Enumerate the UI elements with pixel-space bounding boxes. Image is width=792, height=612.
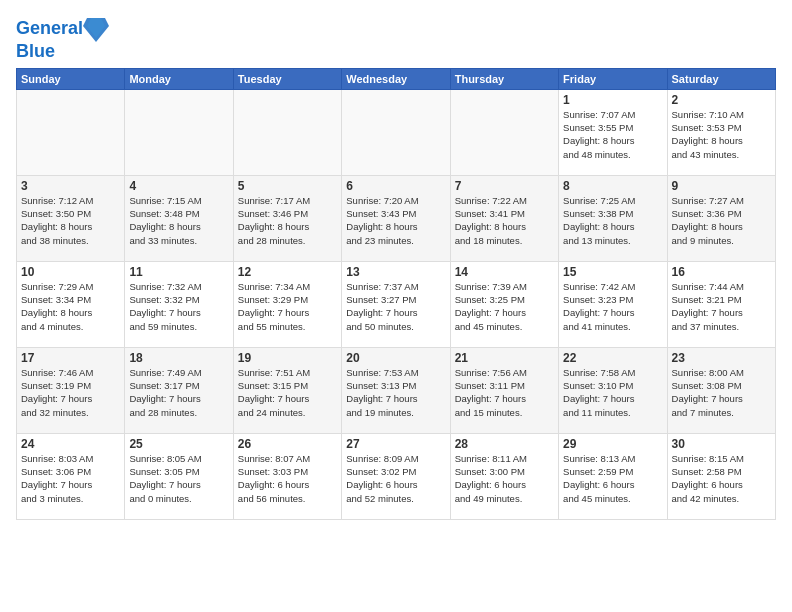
- weekday-header: Tuesday: [233, 68, 341, 89]
- calendar-day-cell: 3Sunrise: 7:12 AM Sunset: 3:50 PM Daylig…: [17, 175, 125, 261]
- calendar-day-cell: 11Sunrise: 7:32 AM Sunset: 3:32 PM Dayli…: [125, 261, 233, 347]
- day-info: Sunrise: 7:49 AM Sunset: 3:17 PM Dayligh…: [129, 366, 228, 419]
- day-info: Sunrise: 8:03 AM Sunset: 3:06 PM Dayligh…: [21, 452, 120, 505]
- logo-icon: [83, 14, 109, 44]
- calendar-day-cell: 8Sunrise: 7:25 AM Sunset: 3:38 PM Daylig…: [559, 175, 667, 261]
- calendar-day-cell: 27Sunrise: 8:09 AM Sunset: 3:02 PM Dayli…: [342, 433, 450, 519]
- day-info: Sunrise: 7:27 AM Sunset: 3:36 PM Dayligh…: [672, 194, 771, 247]
- day-number: 3: [21, 179, 120, 193]
- calendar-day-cell: 23Sunrise: 8:00 AM Sunset: 3:08 PM Dayli…: [667, 347, 775, 433]
- calendar-day-cell: 14Sunrise: 7:39 AM Sunset: 3:25 PM Dayli…: [450, 261, 558, 347]
- calendar-week-row: 3Sunrise: 7:12 AM Sunset: 3:50 PM Daylig…: [17, 175, 776, 261]
- day-number: 2: [672, 93, 771, 107]
- day-info: Sunrise: 7:07 AM Sunset: 3:55 PM Dayligh…: [563, 108, 662, 161]
- calendar-body: 1Sunrise: 7:07 AM Sunset: 3:55 PM Daylig…: [17, 89, 776, 519]
- day-number: 18: [129, 351, 228, 365]
- calendar-table: SundayMondayTuesdayWednesdayThursdayFrid…: [16, 68, 776, 520]
- calendar-day-cell: 6Sunrise: 7:20 AM Sunset: 3:43 PM Daylig…: [342, 175, 450, 261]
- day-number: 5: [238, 179, 337, 193]
- day-number: 4: [129, 179, 228, 193]
- calendar-week-row: 24Sunrise: 8:03 AM Sunset: 3:06 PM Dayli…: [17, 433, 776, 519]
- day-info: Sunrise: 7:25 AM Sunset: 3:38 PM Dayligh…: [563, 194, 662, 247]
- header-row: SundayMondayTuesdayWednesdayThursdayFrid…: [17, 68, 776, 89]
- day-info: Sunrise: 7:51 AM Sunset: 3:15 PM Dayligh…: [238, 366, 337, 419]
- calendar-week-row: 10Sunrise: 7:29 AM Sunset: 3:34 PM Dayli…: [17, 261, 776, 347]
- day-info: Sunrise: 7:42 AM Sunset: 3:23 PM Dayligh…: [563, 280, 662, 333]
- day-number: 25: [129, 437, 228, 451]
- calendar-day-cell: [450, 89, 558, 175]
- day-number: 15: [563, 265, 662, 279]
- calendar-week-row: 17Sunrise: 7:46 AM Sunset: 3:19 PM Dayli…: [17, 347, 776, 433]
- calendar-day-cell: [342, 89, 450, 175]
- calendar-day-cell: 17Sunrise: 7:46 AM Sunset: 3:19 PM Dayli…: [17, 347, 125, 433]
- weekday-header: Monday: [125, 68, 233, 89]
- calendar-day-cell: 30Sunrise: 8:15 AM Sunset: 2:58 PM Dayli…: [667, 433, 775, 519]
- calendar-day-cell: 16Sunrise: 7:44 AM Sunset: 3:21 PM Dayli…: [667, 261, 775, 347]
- day-info: Sunrise: 7:34 AM Sunset: 3:29 PM Dayligh…: [238, 280, 337, 333]
- day-info: Sunrise: 7:44 AM Sunset: 3:21 PM Dayligh…: [672, 280, 771, 333]
- calendar-day-cell: 20Sunrise: 7:53 AM Sunset: 3:13 PM Dayli…: [342, 347, 450, 433]
- day-number: 10: [21, 265, 120, 279]
- day-number: 8: [563, 179, 662, 193]
- day-number: 1: [563, 93, 662, 107]
- day-number: 9: [672, 179, 771, 193]
- day-number: 7: [455, 179, 554, 193]
- day-info: Sunrise: 7:15 AM Sunset: 3:48 PM Dayligh…: [129, 194, 228, 247]
- day-number: 30: [672, 437, 771, 451]
- calendar-day-cell: 1Sunrise: 7:07 AM Sunset: 3:55 PM Daylig…: [559, 89, 667, 175]
- calendar-day-cell: 10Sunrise: 7:29 AM Sunset: 3:34 PM Dayli…: [17, 261, 125, 347]
- svg-marker-1: [87, 18, 105, 38]
- logo: General Blue: [16, 14, 109, 62]
- day-info: Sunrise: 7:46 AM Sunset: 3:19 PM Dayligh…: [21, 366, 120, 419]
- calendar-day-cell: [233, 89, 341, 175]
- day-info: Sunrise: 7:58 AM Sunset: 3:10 PM Dayligh…: [563, 366, 662, 419]
- day-info: Sunrise: 7:56 AM Sunset: 3:11 PM Dayligh…: [455, 366, 554, 419]
- day-number: 23: [672, 351, 771, 365]
- day-info: Sunrise: 7:29 AM Sunset: 3:34 PM Dayligh…: [21, 280, 120, 333]
- day-info: Sunrise: 7:37 AM Sunset: 3:27 PM Dayligh…: [346, 280, 445, 333]
- day-info: Sunrise: 8:15 AM Sunset: 2:58 PM Dayligh…: [672, 452, 771, 505]
- day-number: 20: [346, 351, 445, 365]
- day-info: Sunrise: 8:07 AM Sunset: 3:03 PM Dayligh…: [238, 452, 337, 505]
- calendar-day-cell: 2Sunrise: 7:10 AM Sunset: 3:53 PM Daylig…: [667, 89, 775, 175]
- calendar-day-cell: 21Sunrise: 7:56 AM Sunset: 3:11 PM Dayli…: [450, 347, 558, 433]
- day-number: 13: [346, 265, 445, 279]
- day-info: Sunrise: 8:11 AM Sunset: 3:00 PM Dayligh…: [455, 452, 554, 505]
- calendar-day-cell: 7Sunrise: 7:22 AM Sunset: 3:41 PM Daylig…: [450, 175, 558, 261]
- day-number: 17: [21, 351, 120, 365]
- calendar-week-row: 1Sunrise: 7:07 AM Sunset: 3:55 PM Daylig…: [17, 89, 776, 175]
- day-info: Sunrise: 7:39 AM Sunset: 3:25 PM Dayligh…: [455, 280, 554, 333]
- calendar-day-cell: 5Sunrise: 7:17 AM Sunset: 3:46 PM Daylig…: [233, 175, 341, 261]
- day-number: 24: [21, 437, 120, 451]
- calendar-day-cell: 22Sunrise: 7:58 AM Sunset: 3:10 PM Dayli…: [559, 347, 667, 433]
- day-number: 19: [238, 351, 337, 365]
- calendar-day-cell: [17, 89, 125, 175]
- day-info: Sunrise: 7:32 AM Sunset: 3:32 PM Dayligh…: [129, 280, 228, 333]
- calendar-day-cell: 13Sunrise: 7:37 AM Sunset: 3:27 PM Dayli…: [342, 261, 450, 347]
- day-info: Sunrise: 7:12 AM Sunset: 3:50 PM Dayligh…: [21, 194, 120, 247]
- day-info: Sunrise: 8:05 AM Sunset: 3:05 PM Dayligh…: [129, 452, 228, 505]
- calendar-day-cell: 9Sunrise: 7:27 AM Sunset: 3:36 PM Daylig…: [667, 175, 775, 261]
- logo-text: General: [16, 19, 83, 39]
- day-info: Sunrise: 7:10 AM Sunset: 3:53 PM Dayligh…: [672, 108, 771, 161]
- day-number: 28: [455, 437, 554, 451]
- weekday-header: Thursday: [450, 68, 558, 89]
- header: General Blue: [16, 10, 776, 62]
- day-number: 11: [129, 265, 228, 279]
- day-number: 14: [455, 265, 554, 279]
- calendar-day-cell: 29Sunrise: 8:13 AM Sunset: 2:59 PM Dayli…: [559, 433, 667, 519]
- weekday-header: Friday: [559, 68, 667, 89]
- day-info: Sunrise: 7:22 AM Sunset: 3:41 PM Dayligh…: [455, 194, 554, 247]
- day-number: 16: [672, 265, 771, 279]
- calendar-day-cell: 15Sunrise: 7:42 AM Sunset: 3:23 PM Dayli…: [559, 261, 667, 347]
- calendar-day-cell: 18Sunrise: 7:49 AM Sunset: 3:17 PM Dayli…: [125, 347, 233, 433]
- day-info: Sunrise: 7:17 AM Sunset: 3:46 PM Dayligh…: [238, 194, 337, 247]
- day-number: 21: [455, 351, 554, 365]
- logo-blue-text: Blue: [16, 42, 109, 62]
- calendar-day-cell: 25Sunrise: 8:05 AM Sunset: 3:05 PM Dayli…: [125, 433, 233, 519]
- day-number: 29: [563, 437, 662, 451]
- day-number: 12: [238, 265, 337, 279]
- calendar-day-cell: 4Sunrise: 7:15 AM Sunset: 3:48 PM Daylig…: [125, 175, 233, 261]
- weekday-header: Sunday: [17, 68, 125, 89]
- day-info: Sunrise: 7:53 AM Sunset: 3:13 PM Dayligh…: [346, 366, 445, 419]
